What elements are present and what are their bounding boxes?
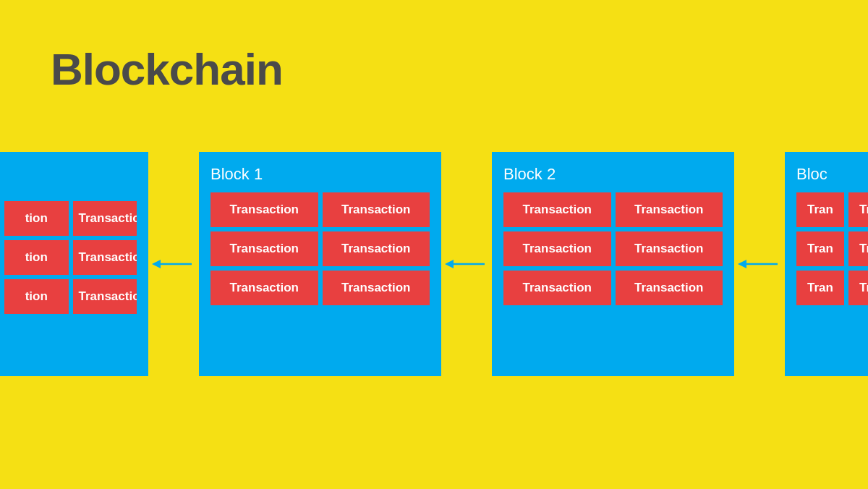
transaction-cell: Transaction bbox=[323, 231, 430, 266]
arrow-connector-3 bbox=[734, 257, 785, 271]
transaction-cell: Transaction bbox=[73, 279, 137, 314]
svg-marker-1 bbox=[152, 260, 161, 268]
transaction-cell: Transaction bbox=[210, 231, 318, 266]
block-1: Block 1 Transaction Transaction Transact… bbox=[199, 152, 441, 376]
transaction-cell: Transaction bbox=[616, 192, 723, 227]
block-3: Bloc Tran Tran Tran Tran Tran Tran bbox=[785, 152, 868, 376]
arrow-connector-1 bbox=[148, 257, 199, 271]
block-3-label: Bloc bbox=[796, 165, 868, 184]
svg-marker-5 bbox=[738, 260, 746, 268]
transaction-cell: tion bbox=[4, 201, 69, 236]
transaction-cell: Tran bbox=[796, 271, 844, 305]
transaction-grid-3: Tran Tran Tran Tran Tran Tran bbox=[796, 192, 868, 305]
block-2-label: Block 2 bbox=[503, 165, 723, 184]
arrow-icon bbox=[738, 257, 781, 271]
transaction-cell: Transaction bbox=[616, 271, 723, 305]
transaction-cell: Transaction bbox=[503, 231, 611, 266]
page-title: Blockchain bbox=[51, 43, 283, 95]
transaction-cell: Transaction bbox=[616, 231, 723, 266]
transaction-cell: tion bbox=[4, 240, 69, 275]
transaction-grid-2: Transaction Transaction Transaction Tran… bbox=[503, 192, 723, 305]
transaction-cell: Tran bbox=[848, 231, 868, 266]
transaction-cell: Transaction bbox=[73, 201, 137, 236]
arrow-icon bbox=[152, 257, 195, 271]
block-2: Block 2 Transaction Transaction Transact… bbox=[492, 152, 734, 376]
arrow-icon bbox=[445, 257, 488, 271]
transaction-cell: Transaction bbox=[503, 192, 611, 227]
transaction-cell: Tran bbox=[848, 192, 868, 227]
block-1-label: Block 1 bbox=[210, 165, 430, 184]
transaction-cell: tion bbox=[4, 279, 69, 314]
transaction-cell: Transaction bbox=[323, 271, 430, 305]
transaction-grid-1: Transaction Transaction Transaction Tran… bbox=[210, 192, 430, 305]
transaction-cell: Transaction bbox=[210, 192, 318, 227]
transaction-grid-prev: tion Transaction tion Transaction tion T… bbox=[4, 201, 137, 314]
blockchain-diagram: tion Transaction tion Transaction tion T… bbox=[0, 152, 868, 376]
transaction-cell: Tran bbox=[848, 271, 868, 305]
transaction-cell: Transaction bbox=[73, 240, 137, 275]
block-previous: tion Transaction tion Transaction tion T… bbox=[0, 152, 148, 376]
transaction-cell: Transaction bbox=[210, 271, 318, 305]
transaction-cell: Tran bbox=[796, 192, 844, 227]
transaction-cell: Tran bbox=[796, 231, 844, 266]
transaction-cell: Transaction bbox=[323, 192, 430, 227]
transaction-cell: Transaction bbox=[503, 271, 611, 305]
arrow-connector-2 bbox=[441, 257, 492, 271]
svg-marker-3 bbox=[445, 260, 454, 268]
